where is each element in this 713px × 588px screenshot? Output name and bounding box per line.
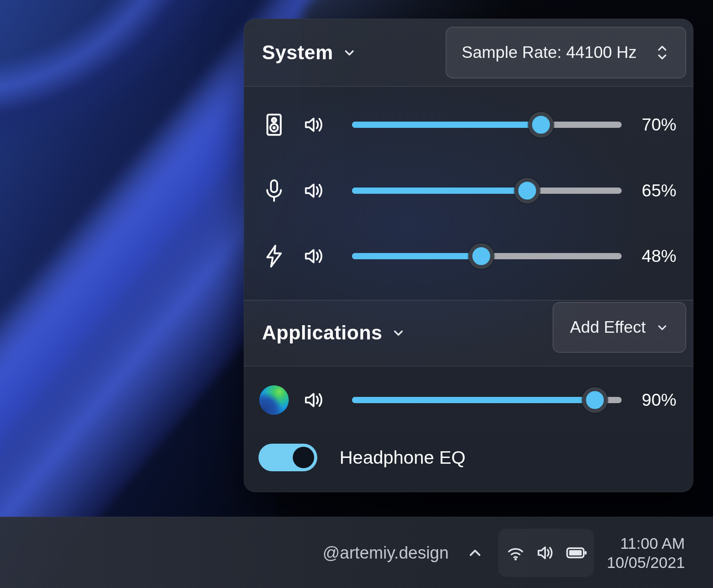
taskbar-clock[interactable]: 11:00 AM 10/05/2021: [607, 534, 685, 572]
clock-date: 10/05/2021: [607, 553, 685, 572]
volume-percent: 48%: [605, 220, 676, 292]
wifi-icon: [505, 542, 526, 564]
toggle-knob: [293, 447, 314, 468]
headphone-eq-row: Headphone EQ Select Profile...: [244, 422, 693, 493]
lightning-icon: [253, 220, 295, 292]
chevron-down-icon: [391, 326, 406, 340]
slider-thumb[interactable]: [468, 243, 494, 269]
chevron-up-down-icon: [654, 44, 670, 61]
chevron-down-icon: [656, 321, 669, 334]
headphone-eq-label: Headphone EQ: [340, 422, 466, 493]
chevron-down-icon: [342, 45, 356, 60]
volume-icon[interactable]: [294, 155, 335, 226]
slider-thumb[interactable]: [514, 178, 540, 204]
taskbar-username[interactable]: @artemiy.design: [323, 517, 449, 588]
chevron-up-icon[interactable]: [466, 517, 484, 588]
slider-thumb[interactable]: [528, 112, 554, 138]
slider-track: [352, 397, 622, 403]
applications-section-toggle[interactable]: Applications: [262, 300, 406, 366]
clock-time: 11:00 AM: [607, 534, 685, 553]
divider: [244, 86, 693, 87]
taskbar: @artemiy.design: [0, 517, 713, 588]
system-tray-group[interactable]: [498, 529, 594, 577]
applications-section-title: Applications: [262, 322, 382, 344]
audio-mixer-panel: System Sample Rate: 44100 Hz: [244, 19, 693, 492]
sample-rate-label: Sample Rate: 44100 Hz: [462, 43, 637, 62]
speaker-cabinet-icon: [253, 89, 295, 160]
volume-channel-row: 48%: [244, 220, 693, 292]
volume-icon[interactable]: [294, 89, 335, 160]
add-effect-label: Add Effect: [570, 318, 646, 337]
slider-track: [352, 188, 622, 194]
slider-track: [352, 253, 622, 259]
volume-percent: 65%: [605, 155, 676, 226]
slider-fill: [352, 253, 481, 259]
boost-volume-slider[interactable]: [352, 220, 622, 292]
sample-rate-select[interactable]: Sample Rate: 44100 Hz: [446, 27, 686, 78]
slider-fill: [352, 188, 527, 194]
slider-fill: [352, 397, 595, 403]
system-section-title: System: [262, 41, 333, 64]
microphone-volume-slider[interactable]: [352, 155, 622, 226]
headphone-eq-toggle[interactable]: [258, 444, 317, 471]
slider-track: [352, 122, 622, 128]
volume-icon: [534, 542, 557, 564]
microphone-icon: [253, 155, 295, 226]
system-section-toggle[interactable]: System: [262, 19, 356, 86]
slider-fill: [352, 122, 541, 128]
speakers-volume-slider[interactable]: [352, 89, 622, 160]
volume-percent: 70%: [605, 89, 676, 160]
volume-channel-row: 65%: [244, 155, 693, 226]
add-effect-button[interactable]: Add Effect: [553, 302, 686, 353]
desktop: System Sample Rate: 44100 Hz: [0, 0, 713, 588]
battery-icon: [565, 541, 588, 564]
volume-channel-row: 70%: [244, 89, 693, 160]
slider-thumb[interactable]: [582, 387, 608, 413]
volume-icon[interactable]: [294, 220, 335, 292]
